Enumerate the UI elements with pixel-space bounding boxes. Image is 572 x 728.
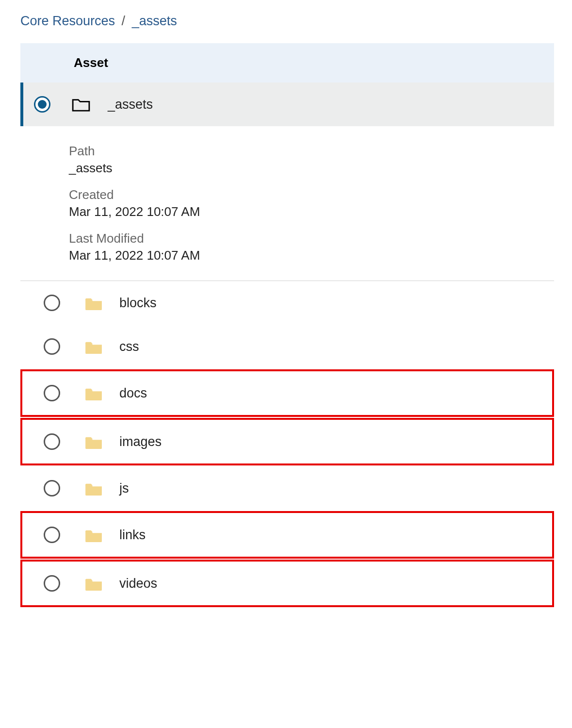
folder-icon — [84, 296, 103, 310]
folder-icon — [84, 528, 103, 542]
folder-outline-icon — [72, 97, 90, 112]
table-row[interactable]: links — [22, 513, 552, 557]
radio-dot-icon — [38, 100, 47, 109]
breadcrumb-current-link[interactable]: _assets — [132, 14, 177, 28]
highlight-annotation: images — [20, 418, 554, 465]
table-row[interactable]: videos — [22, 562, 552, 605]
asset-name: blocks — [119, 296, 157, 311]
table-row[interactable]: images — [22, 420, 552, 463]
highlight-annotation: videos — [20, 560, 554, 607]
asset-name: _assets — [108, 97, 153, 112]
breadcrumb-root-link[interactable]: Core Resources — [20, 14, 115, 28]
asset-details-panel: Path _assets Created Mar 11, 2022 10:07 … — [20, 126, 554, 281]
folder-icon — [84, 576, 103, 591]
asset-list: blockscssdocsimagesjslinksvideos — [20, 281, 554, 607]
table-header[interactable]: Asset — [20, 43, 554, 83]
folder-icon — [84, 434, 103, 449]
asset-name: docs — [119, 386, 147, 401]
table-row[interactable]: docs — [22, 371, 552, 415]
path-label: Path — [69, 144, 554, 159]
highlight-annotation: links — [20, 511, 554, 559]
folder-icon — [84, 386, 103, 400]
modified-label: Last Modified — [69, 231, 554, 246]
asset-name: images — [119, 434, 162, 449]
path-value: _assets — [69, 161, 554, 176]
table-row[interactable]: js — [20, 466, 554, 510]
asset-table: Asset _assets Path _assets Created Mar 1… — [20, 43, 554, 607]
folder-icon — [84, 481, 103, 496]
radio-button[interactable] — [44, 433, 60, 450]
asset-browser: Core Resources / _assets Asset _assets P… — [0, 0, 572, 607]
created-label: Created — [69, 187, 554, 202]
asset-name: links — [119, 528, 146, 543]
created-value: Mar 11, 2022 10:07 AM — [69, 204, 554, 219]
highlight-annotation: docs — [20, 369, 554, 417]
folder-icon — [84, 339, 103, 354]
asset-name: js — [119, 481, 129, 496]
radio-button[interactable] — [44, 338, 60, 355]
table-row-selected[interactable]: _assets — [20, 83, 554, 126]
asset-name: videos — [119, 576, 157, 591]
table-row[interactable]: blocks — [20, 281, 554, 325]
radio-button-selected[interactable] — [34, 96, 50, 113]
radio-button[interactable] — [44, 527, 60, 543]
breadcrumb-separator: / — [122, 14, 126, 28]
radio-button[interactable] — [44, 295, 60, 311]
table-row[interactable]: css — [20, 325, 554, 368]
breadcrumb: Core Resources / _assets — [0, 0, 572, 43]
asset-name: css — [119, 339, 139, 354]
radio-button[interactable] — [44, 575, 60, 592]
radio-button[interactable] — [44, 385, 60, 401]
radio-button[interactable] — [44, 480, 60, 496]
modified-value: Mar 11, 2022 10:07 AM — [69, 248, 554, 263]
